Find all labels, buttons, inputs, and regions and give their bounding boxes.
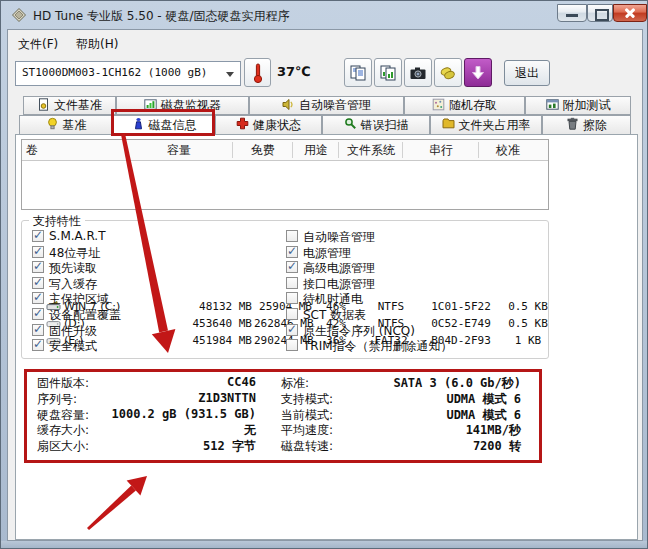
tab-擦除[interactable]: 擦除 — [542, 115, 631, 135]
info-value-标准:: SATA 3 (6.0 Gb/秒) — [393, 375, 521, 392]
checkbox-固件升级[interactable] — [32, 324, 44, 336]
update-button[interactable] — [464, 58, 492, 87]
tab-附加测试[interactable]: 附加测试 — [525, 96, 631, 115]
hdtune-window: HD Tune 专业版 5.50 - 硬盘/固态硬盘实用程序 文件(F) 帮助(… — [0, 0, 648, 549]
copy-text-icon — [349, 64, 367, 82]
info-value-支持模式:: UDMA 模式 6 — [446, 391, 521, 408]
checkbox-label-主保护区域[interactable]: 主保护区域 — [49, 291, 109, 308]
checkbox-label-固件升级[interactable]: 固件升级 — [49, 323, 97, 340]
info-value-当前模式:: UDMA 模式 6 — [446, 407, 521, 424]
checkbox-label-安全模式[interactable]: 安全模式 — [49, 338, 97, 355]
copy-image-button[interactable] — [374, 58, 402, 87]
checkbox-48位寻址[interactable] — [32, 246, 44, 258]
info-label-磁盘转速:: 磁盘转速: — [281, 438, 333, 455]
copy-text-button[interactable] — [344, 58, 372, 87]
checkbox-label-TRIM指令（禁用删除通知）[interactable]: TRIM指令（禁用删除通知） — [303, 338, 453, 355]
checkbox-label-高级电源管理[interactable]: 高级电源管理 — [303, 260, 375, 277]
checkbox-S.M.A.R.T[interactable] — [32, 230, 44, 242]
checkbox-原生指令序列 (NCQ)[interactable] — [286, 324, 298, 336]
tab-错误扫描[interactable]: 错误扫描 — [322, 115, 430, 135]
checkbox-电源管理[interactable] — [286, 246, 298, 258]
erase-icon — [566, 117, 579, 133]
tab-自动噪音管理[interactable]: 自动噪音管理 — [249, 96, 404, 115]
checkbox-设备配置覆盖[interactable] — [32, 308, 44, 320]
info-label-硬盘容量:: 硬盘容量: — [37, 407, 89, 424]
checkbox-label-预先读取[interactable]: 预先读取 — [49, 260, 97, 277]
noise-management-icon — [282, 98, 295, 114]
info-value-缓存大小:: 无 — [244, 422, 256, 439]
drive-selector[interactable]: ST1000DM003-1CH162 (1000 gB) — [15, 61, 241, 86]
column-header-用途[interactable]: 用途 — [294, 142, 339, 158]
info-label-扇区大小:: 扇区大小: — [37, 438, 89, 455]
donate-button[interactable] — [434, 58, 462, 87]
menu-help[interactable]: 帮助(H) — [71, 34, 123, 55]
screenshot-button[interactable] — [404, 58, 432, 87]
column-header-文件系统[interactable]: 文件系统 — [340, 142, 403, 158]
column-header-免费[interactable]: 免费 — [234, 142, 293, 158]
tab-label: 擦除 — [583, 117, 607, 134]
tab-随机存取[interactable]: 随机存取 — [404, 96, 525, 115]
exit-button[interactable]: 退出 — [504, 60, 550, 86]
tab-label: 附加测试 — [563, 97, 611, 114]
tab-磁盘信息[interactable]: 磁盘信息 — [113, 115, 215, 135]
benchmark-icon — [46, 117, 59, 133]
tab-label: 自动噪音管理 — [299, 97, 371, 114]
checkbox-label-48位寻址[interactable]: 48位寻址 — [49, 245, 100, 262]
checkbox-label-原生指令序列 (NCQ)[interactable]: 原生指令序列 (NCQ) — [303, 323, 415, 340]
tab-文件夹占用率[interactable]: 文件夹占用率 — [430, 115, 542, 135]
temperature-button[interactable] — [244, 58, 271, 87]
column-header-卷[interactable]: 卷 — [26, 142, 127, 158]
copy-image-icon — [379, 64, 397, 82]
tab-label: 文件基准 — [54, 97, 102, 114]
checkbox-高级电源管理[interactable] — [286, 261, 298, 273]
tab-磁盘监视器[interactable]: 磁盘监视器 — [116, 96, 249, 115]
checkbox-写入缓存[interactable] — [32, 277, 44, 289]
tab-基准[interactable]: 基准 — [19, 115, 113, 135]
checkbox-label-设备配置覆盖[interactable]: 设备配置覆盖 — [49, 307, 121, 324]
info-label-缓存大小:: 缓存大小: — [37, 422, 89, 439]
checkbox-SCT 数据表[interactable] — [286, 308, 298, 320]
checkbox-label-写入缓存[interactable]: 写入缓存 — [49, 276, 97, 293]
info-value-序列号:: Z1D3NTTN — [198, 391, 256, 405]
tab-label: 错误扫描 — [361, 117, 409, 134]
checkbox-自动噪音管理[interactable] — [286, 230, 298, 242]
checkbox-label-待机时通电[interactable]: 待机时通电 — [303, 291, 363, 308]
checkbox-label-电源管理[interactable]: 电源管理 — [303, 245, 351, 262]
tab-label: 文件夹占用率 — [459, 117, 531, 134]
checkbox-预先读取[interactable] — [32, 261, 44, 273]
checkbox-label-S.M.A.R.T[interactable]: S.M.A.R.T — [49, 229, 105, 243]
coins-icon — [439, 64, 457, 82]
window-bottom-border — [1, 541, 648, 549]
info-label-当前模式:: 当前模式: — [281, 407, 333, 424]
error-scan-icon — [344, 117, 357, 133]
checkbox-待机时通电[interactable] — [286, 292, 298, 304]
checkbox-label-自动噪音管理[interactable]: 自动噪音管理 — [303, 229, 375, 246]
hdtune-app-icon — [12, 8, 26, 22]
info-label-平均速度:: 平均速度: — [281, 422, 333, 439]
tab-label: 磁盘监视器 — [161, 97, 221, 114]
window-title: HD Tune 专业版 5.50 - 硬盘/固态硬盘实用程序 — [33, 8, 290, 25]
column-header-校准[interactable]: 校准 — [480, 142, 536, 158]
checkbox-label-SCT 数据表[interactable]: SCT 数据表 — [303, 307, 366, 324]
checkbox-安全模式[interactable] — [32, 339, 44, 351]
column-header-串行[interactable]: 串行 — [404, 142, 479, 158]
checkbox-主保护区域[interactable] — [32, 292, 44, 304]
title-bar[interactable]: HD Tune 专业版 5.50 - 硬盘/固态硬盘实用程序 — [1, 1, 648, 29]
temperature-value: 37℃ — [277, 64, 311, 79]
tab-健康状态[interactable]: 健康状态 — [215, 115, 322, 135]
disk-monitor-icon — [144, 98, 157, 114]
random-access-icon — [432, 98, 445, 114]
menu-file[interactable]: 文件(F) — [13, 34, 63, 55]
maximize-button[interactable] — [587, 4, 613, 22]
tab-文件基准[interactable]: 文件基准 — [23, 96, 116, 115]
minimize-button[interactable] — [557, 4, 587, 22]
info-value-硬盘容量:: 1000.2 gB (931.5 GB) — [112, 407, 257, 421]
checkbox-接口电源管理[interactable] — [286, 277, 298, 289]
close-button[interactable] — [613, 4, 647, 22]
column-header-容量[interactable]: 容量 — [126, 142, 233, 158]
checkbox-label-接口电源管理[interactable]: 接口电源管理 — [303, 276, 375, 293]
disk-info-icon — [132, 117, 145, 133]
info-value-平均速度:: 141MB/秒 — [466, 422, 521, 439]
tab-label: 基准 — [63, 117, 87, 134]
checkbox-TRIM指令（禁用删除通知）[interactable] — [286, 339, 298, 351]
